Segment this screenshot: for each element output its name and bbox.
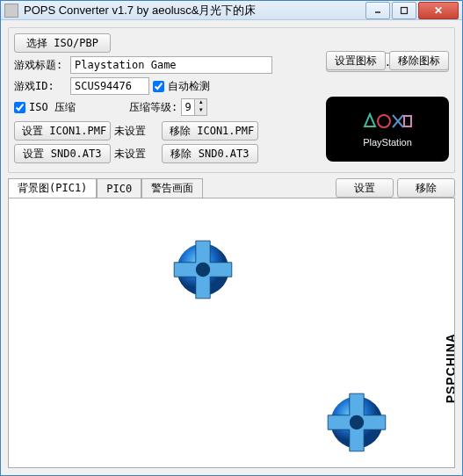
- remove-snd0-button[interactable]: 移除 SND0.AT3: [162, 144, 258, 163]
- preview-area: PSPCHINA: [8, 198, 455, 468]
- watermark-text: PSPCHINA: [444, 333, 455, 403]
- autodetect-checkbox[interactable]: [153, 81, 164, 92]
- tab-bar: 背景图(PIC1) PIC0 警告画面 设置 移除: [8, 178, 455, 198]
- remove-icon1-button[interactable]: 移除 ICON1.PMF: [162, 121, 258, 141]
- spinner-up-icon[interactable]: ▲: [194, 99, 206, 107]
- window-title: POPS Converter v1.7 by aeolusc&月光下的床: [24, 3, 365, 18]
- dpad-icon: [321, 386, 393, 458]
- tab-set-button[interactable]: 设置: [336, 178, 394, 198]
- icon-preview-column: 设置图标 移除图标 PlayStation: [326, 51, 449, 162]
- tab-warning[interactable]: 警告画面: [141, 178, 203, 198]
- iso-compress-checkbox[interactable]: [14, 102, 25, 113]
- svg-point-2: [378, 115, 390, 127]
- compress-level-value: 9: [182, 99, 194, 115]
- game-id-input[interactable]: [70, 77, 149, 95]
- iso-compress-label: ISO 压缩: [29, 100, 99, 115]
- select-iso-pbp-button[interactable]: 选择 ISO/PBP: [14, 33, 111, 53]
- minimize-button[interactable]: [365, 2, 390, 19]
- titlebar: POPS Converter v1.7 by aeolusc&月光下的床 ✕: [1, 1, 462, 20]
- settings-group: 选择 ISO/PBP 游戏标题: DOCUMENT.DAT 生成器 游戏ID: …: [8, 27, 455, 173]
- svg-rect-3: [404, 116, 411, 126]
- game-id-label: 游戏ID:: [14, 79, 67, 94]
- tab-pic0[interactable]: PIC0: [97, 178, 141, 198]
- dpad-icon: [167, 234, 239, 306]
- compress-level-label: 压缩等级:: [129, 100, 177, 115]
- app-icon: [4, 4, 18, 18]
- set-icon-button[interactable]: 设置图标: [326, 51, 386, 70]
- game-title-input[interactable]: [70, 56, 272, 74]
- compress-level-spinner[interactable]: 9 ▲ ▼: [181, 98, 207, 116]
- app-window: POPS Converter v1.7 by aeolusc&月光下的床 ✕ 选…: [0, 0, 463, 476]
- window-body: 选择 ISO/PBP 游戏标题: DOCUMENT.DAT 生成器 游戏ID: …: [1, 20, 462, 475]
- window-controls: ✕: [365, 2, 459, 19]
- tab-remove-button[interactable]: 移除: [397, 178, 455, 198]
- svg-point-5: [196, 263, 210, 277]
- game-title-label: 游戏标题:: [14, 58, 67, 73]
- svg-point-7: [350, 415, 364, 429]
- close-button[interactable]: ✕: [418, 2, 459, 19]
- icon1-status: 未设置: [114, 124, 158, 139]
- ps-symbols-icon: [363, 111, 412, 132]
- remove-icon-button[interactable]: 移除图标: [389, 51, 449, 70]
- playstation-label: PlayStation: [363, 137, 412, 148]
- autodetect-label: 自动检测: [168, 79, 210, 94]
- snd0-status: 未设置: [114, 147, 158, 162]
- set-icon1-button[interactable]: 设置 ICON1.PMF: [14, 121, 111, 141]
- svg-rect-1: [402, 7, 408, 13]
- tab-pic1[interactable]: 背景图(PIC1): [8, 178, 97, 198]
- set-snd0-button[interactable]: 设置 SND0.AT3: [14, 144, 111, 163]
- playstation-logo: PlayStation: [326, 97, 449, 162]
- spinner-down-icon[interactable]: ▼: [194, 107, 206, 115]
- maximize-button[interactable]: [392, 2, 416, 19]
